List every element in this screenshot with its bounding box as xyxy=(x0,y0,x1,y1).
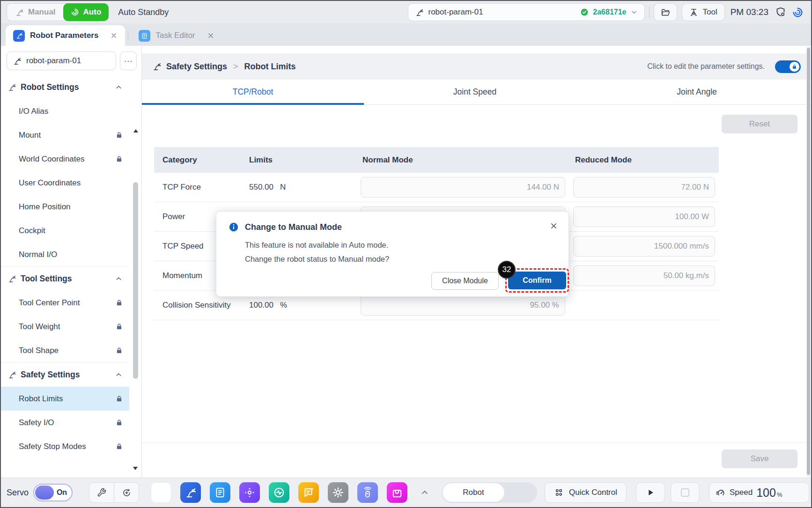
breadcrumb-page: Robot Limits xyxy=(244,62,296,72)
servo-toggle[interactable]: On xyxy=(33,484,73,501)
sidebar-item-home-position[interactable]: Home Position xyxy=(1,195,129,219)
main-scrollbar[interactable] xyxy=(806,47,811,477)
tool-button[interactable]: Tool xyxy=(682,3,724,21)
dock-app-store[interactable] xyxy=(387,482,407,503)
normal-mode-input[interactable]: 95.00 % xyxy=(361,295,565,316)
sidebar-item-i-o-alias[interactable]: I/O Alias xyxy=(1,99,129,123)
dock-app-task-editor[interactable] xyxy=(210,482,230,503)
scroll-up-arrow[interactable] xyxy=(133,129,138,133)
limit-cell: 550.00N xyxy=(236,183,345,192)
section-label: Robot Settings xyxy=(21,82,111,92)
chevron-up-icon[interactable] xyxy=(420,488,429,497)
sidebar-item-world-coordinates[interactable]: World Coordinates xyxy=(1,147,129,171)
tab-task-editor[interactable]: Task Editor xyxy=(131,25,234,46)
param-file-selector[interactable]: robot-param-01 2a68171e xyxy=(408,3,645,21)
safety-shield-icon[interactable] xyxy=(775,7,786,18)
speed-control[interactable]: Speed 100 % xyxy=(709,482,809,503)
limits-tab-joint-angle[interactable]: Joint Angle xyxy=(586,80,808,104)
dock-app-remote-control[interactable] xyxy=(357,482,378,503)
limits-tab-tcp-robot[interactable]: TCP/Robot xyxy=(142,80,364,104)
close-icon[interactable] xyxy=(110,32,118,39)
divider xyxy=(128,30,128,41)
reset-button[interactable]: Reset xyxy=(722,115,797,133)
scroll-down-arrow[interactable] xyxy=(133,467,138,470)
sidebar-item-normal-i-o[interactable]: Normal I/O xyxy=(1,243,129,266)
close-icon[interactable] xyxy=(549,221,558,230)
more-options-button[interactable]: ⋯ xyxy=(120,52,137,70)
confirm-button[interactable]: Confirm xyxy=(508,272,566,289)
reduced-mode-input[interactable]: 100.00 W xyxy=(573,206,715,227)
robot-arm-icon xyxy=(15,8,24,17)
scrollbar-thumb[interactable] xyxy=(807,48,810,475)
remote-control-icon xyxy=(362,486,374,499)
save-button[interactable]: Save xyxy=(722,449,797,468)
reduced-mode-input[interactable]: 72.00 N xyxy=(573,177,715,198)
sidebar-scrollbar[interactable] xyxy=(133,128,139,471)
sidebar-section-robot-settings[interactable]: Robot Settings xyxy=(1,75,129,99)
reduced-mode-input[interactable]: 1500.000 mm/s xyxy=(573,236,715,257)
robot-selector[interactable]: Robot xyxy=(443,483,504,502)
stop-icon xyxy=(681,488,689,497)
dialog-message: This feature is not available in Auto mo… xyxy=(245,238,389,266)
sidebar-section-tool-settings[interactable]: Tool Settings xyxy=(1,266,129,291)
toggle-knob xyxy=(790,62,799,72)
scrollbar-thumb[interactable] xyxy=(133,182,138,379)
breadcrumb-section[interactable]: Safety Settings xyxy=(166,62,227,72)
dock-app-monitor[interactable] xyxy=(269,482,289,503)
normal-mode-input[interactable]: 144.00 N xyxy=(361,177,565,198)
close-icon[interactable] xyxy=(207,32,214,39)
sidebar-item-tool-weight[interactable]: Tool Weight xyxy=(1,315,129,339)
sidebar-item-cockpit[interactable]: Cockpit xyxy=(1,219,129,243)
lock-icon xyxy=(116,132,123,139)
item-label: Robot Limits xyxy=(19,394,63,404)
stop-button[interactable] xyxy=(671,482,700,503)
param-name-value: robot-param-01 xyxy=(26,56,81,66)
manual-mode-label: Manual xyxy=(28,7,56,17)
brand-swirl-icon[interactable] xyxy=(792,7,804,18)
dock-app-log[interactable] xyxy=(298,482,319,503)
reduced-mode-cell: 72.00 N xyxy=(565,177,719,198)
jog-pad-icon xyxy=(244,486,256,499)
sidebar-item-mount[interactable]: Mount xyxy=(1,123,129,147)
divider xyxy=(649,7,650,18)
dock-app-settings[interactable] xyxy=(328,482,348,503)
lock-icon xyxy=(792,64,797,69)
sidebar-item-tool-center-point[interactable]: Tool Center Point xyxy=(1,291,129,315)
open-file-button[interactable] xyxy=(654,3,677,21)
quick-control-button[interactable]: Quick Control xyxy=(545,482,627,503)
quick-control-label: Quick Control xyxy=(569,488,617,497)
sidebar-item-safety-stop-modes[interactable]: Safety Stop Modes xyxy=(1,434,129,458)
manual-mode-button[interactable]: Manual xyxy=(7,4,64,21)
app-window: Manual Auto Auto Standby robot-param-01 … xyxy=(0,0,812,508)
wrench-tool-button[interactable] xyxy=(89,483,114,502)
play-button[interactable] xyxy=(636,482,665,503)
reduced-mode-cell: 1500.000 mm/s xyxy=(565,236,719,257)
dock-app-icons xyxy=(151,482,407,503)
task-editor-icon xyxy=(139,30,150,42)
edit-lock-toggle[interactable] xyxy=(775,60,801,73)
close-module-button[interactable]: Close Module xyxy=(431,272,499,290)
bottom-dock: Servo On Robot Quick Control Speed 100 xyxy=(1,478,811,507)
sync-position-button[interactable] xyxy=(114,483,139,502)
manual-mode-dialog: Change to Manual Mode This feature is no… xyxy=(216,211,569,297)
dock-app-jog[interactable] xyxy=(239,482,260,503)
check-icon xyxy=(580,8,589,16)
tab-label: Robot Parameters xyxy=(30,31,98,40)
sidebar-item-robot-limits[interactable]: Robot Limits xyxy=(1,387,129,411)
sidebar-section-safety-settings[interactable]: Safety Settings xyxy=(1,362,129,387)
reduced-mode-input[interactable]: 50.00 kg.m/s xyxy=(573,265,715,286)
lock-icon xyxy=(116,299,123,306)
tab-label: Task Editor xyxy=(155,31,195,40)
auto-mode-button[interactable]: Auto xyxy=(63,3,109,21)
sync-plus-icon xyxy=(122,488,132,498)
speed-value: 100 xyxy=(756,486,776,500)
dock-app-home[interactable] xyxy=(151,482,171,503)
sidebar-item-tool-shape[interactable]: Tool Shape xyxy=(1,339,129,362)
sidebar-item-user-coordinates[interactable]: User Coordinates xyxy=(1,171,129,195)
dock-app-robot[interactable] xyxy=(180,482,201,503)
param-name-field[interactable]: robot-param-01 xyxy=(7,52,116,70)
limits-tab-joint-speed[interactable]: Joint Speed xyxy=(364,80,586,104)
sidebar-item-safety-i-o[interactable]: Safety I/O xyxy=(1,411,129,434)
tab-robot-parameters[interactable]: Robot Parameters xyxy=(6,25,125,46)
reduced-mode-cell: 100.00 W xyxy=(565,206,719,227)
